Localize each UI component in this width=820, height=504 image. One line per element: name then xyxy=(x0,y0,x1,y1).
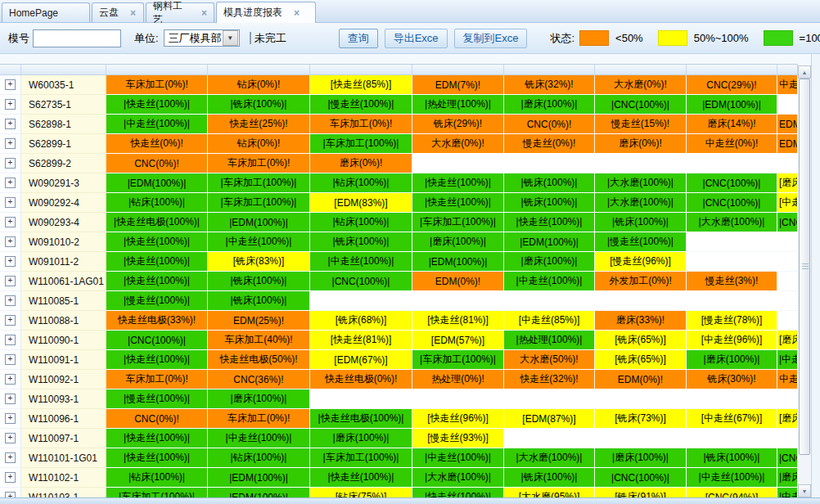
process-status-cell[interactable] xyxy=(687,429,777,448)
process-status-cell[interactable] xyxy=(777,311,798,331)
process-status-cell[interactable]: |车床加工(100%)| xyxy=(310,448,412,468)
process-status-cell[interactable]: |中走丝(100%)| xyxy=(106,115,208,134)
process-status-cell[interactable]: 慢走丝(15%)! xyxy=(595,115,687,134)
process-status-cell[interactable]: [中走丝(67%)] xyxy=(687,409,777,429)
row-expand-toggle[interactable]: + xyxy=(0,252,21,272)
close-icon[interactable]: × xyxy=(294,8,300,18)
process-status-cell[interactable]: |钻床(100%)| xyxy=(106,193,208,213)
mold-number-input[interactable] xyxy=(33,29,121,47)
process-status-cell[interactable]: 铣床(32%)! xyxy=(504,75,595,95)
process-status-cell[interactable] xyxy=(687,232,777,252)
process-status-cell[interactable]: 快走丝电极(0%)! xyxy=(310,370,412,389)
process-status-cell[interactable]: |快走丝(100%)| xyxy=(412,173,504,193)
process-status-cell[interactable]: 快走丝(32%)! xyxy=(504,370,595,389)
process-status-cell[interactable]: |磨床(100%)| xyxy=(504,95,595,115)
process-status-cell[interactable]: |铣床(100%)| xyxy=(504,468,595,488)
row-expand-toggle[interactable]: + xyxy=(0,468,21,488)
process-status-cell[interactable]: |CNC(100%)| xyxy=(106,331,208,350)
process-status-cell[interactable]: 车床加工(0%)! xyxy=(208,409,310,429)
row-expand-toggle[interactable]: + xyxy=(0,331,21,350)
row-expand-toggle[interactable]: + xyxy=(0,75,21,95)
tab-mold-progress-report[interactable]: 模具进度报表 × xyxy=(216,2,316,23)
process-status-cell[interactable]: [铣床(65%)] xyxy=(595,331,687,350)
copy-to-excel-button[interactable]: 复制到Exce xyxy=(454,29,528,48)
mold-id-cell[interactable]: S62899-1 xyxy=(21,134,106,154)
process-status-cell[interactable]: 热处理(0%)! xyxy=(412,370,504,389)
row-expand-toggle[interactable]: + xyxy=(0,291,21,311)
process-status-cell[interactable] xyxy=(687,291,777,311)
process-status-cell[interactable]: |热处理(100%)| xyxy=(412,95,504,115)
process-status-cell[interactable]: |铣床(100%)| xyxy=(208,291,310,311)
process-status-cell[interactable]: CNC(36%)! xyxy=(208,370,310,389)
process-status-cell[interactable]: |慢走丝(100%)| xyxy=(310,95,412,115)
process-status-cell[interactable]: [铣床(83%)] xyxy=(208,252,310,272)
process-status-cell[interactable]: [快走丝(85%)] xyxy=(310,75,412,95)
process-status-cell[interactable] xyxy=(777,252,798,272)
process-status-cell[interactable]: |快走丝(100%)| xyxy=(106,429,208,448)
mold-id-cell[interactable]: W110085-1 xyxy=(21,291,106,311)
row-expand-toggle[interactable]: + xyxy=(0,95,21,115)
process-status-cell[interactable]: [中走丝(96%)] xyxy=(687,331,777,350)
process-status-cell[interactable]: |快走丝(100%)| xyxy=(106,350,208,370)
process-status-cell[interactable]: [中走丝 xyxy=(777,193,798,213)
process-status-cell[interactable]: |车床加工(100%)| xyxy=(208,193,310,213)
row-expand-toggle[interactable]: + xyxy=(0,193,21,213)
process-status-cell[interactable]: |车床加工(100%)| xyxy=(310,134,412,154)
process-status-cell[interactable]: |中走丝(100%)| xyxy=(310,252,412,272)
process-status-cell[interactable]: EDM(7%)! xyxy=(412,75,504,95)
mold-id-cell[interactable]: W110093-1 xyxy=(21,389,106,409)
row-expand-toggle[interactable]: + xyxy=(0,173,21,193)
process-status-cell[interactable]: |快走丝(100%)| xyxy=(106,272,208,291)
process-status-cell[interactable] xyxy=(504,154,595,173)
process-status-cell[interactable]: 大水磨(0%)! xyxy=(595,75,687,95)
process-status-cell[interactable]: 中走丝 xyxy=(777,370,798,389)
process-status-cell[interactable]: [EDM(57%)] xyxy=(412,331,504,350)
process-status-cell[interactable]: |中走丝(100%)| xyxy=(208,232,310,252)
process-status-cell[interactable]: |磨床(100%)| xyxy=(687,350,777,370)
process-status-cell[interactable]: [慢走丝(93%)] xyxy=(412,429,504,448)
process-status-cell[interactable]: 快走丝(25%)! xyxy=(208,115,310,134)
process-status-cell[interactable]: |磨床(100%)| xyxy=(208,389,310,409)
row-expand-toggle[interactable]: + xyxy=(0,370,21,389)
scroll-up-arrow-icon[interactable]: ▲ xyxy=(798,65,811,79)
process-status-cell[interactable]: 车床加工(0%)! xyxy=(310,115,412,134)
mold-id-cell[interactable]: W110061-1AG01 xyxy=(21,272,106,291)
process-status-cell[interactable]: 慢走丝(0%)! xyxy=(504,134,595,154)
process-status-cell[interactable]: 钻床(0%)! xyxy=(208,134,310,154)
process-status-cell[interactable]: CNC(0%)! xyxy=(504,115,595,134)
process-status-cell[interactable] xyxy=(687,154,777,173)
process-status-cell[interactable]: 磨床(0%)! xyxy=(595,134,687,154)
process-status-cell[interactable]: [EDM(83%)] xyxy=(310,193,412,213)
mold-id-cell[interactable]: W110096-1 xyxy=(21,409,106,429)
mold-id-cell[interactable]: W110090-1 xyxy=(21,331,106,350)
process-status-cell[interactable] xyxy=(412,291,504,311)
mold-id-cell[interactable]: W091011-2 xyxy=(21,252,106,272)
process-status-cell[interactable]: EDM(0%)! xyxy=(412,272,504,291)
process-status-cell[interactable]: |铣床(100%)| xyxy=(310,232,412,252)
process-status-cell[interactable]: |钻床(100%)| xyxy=(310,173,412,193)
process-status-cell[interactable]: |快走丝电极(100%)| xyxy=(106,213,208,232)
process-status-cell[interactable]: |铣床(100%)| xyxy=(504,173,595,193)
process-status-cell[interactable]: |EDM(100%)| xyxy=(208,213,310,232)
process-status-cell[interactable]: CNC(0%)! xyxy=(106,154,208,173)
mold-id-cell[interactable]: W110088-1 xyxy=(21,311,106,331)
tab-homepage[interactable]: HomePage xyxy=(2,2,90,22)
process-status-cell[interactable]: |EDM(100%)| xyxy=(208,488,310,497)
process-status-cell[interactable]: |快走丝(100%)| xyxy=(412,488,504,497)
unit-select[interactable]: 三厂模具部 ▼ xyxy=(164,29,240,47)
process-status-cell[interactable]: 快走丝电极(50%)! xyxy=(208,350,310,370)
process-status-cell[interactable]: 车床加工(0%)! xyxy=(106,75,208,95)
unfinished-checkbox[interactable] xyxy=(250,32,251,44)
process-status-cell[interactable]: |中走丝(100%)| xyxy=(504,272,595,291)
process-status-cell[interactable]: |CNC( xyxy=(777,213,798,232)
process-status-cell[interactable]: [铣床(73%)] xyxy=(595,409,687,429)
process-status-cell[interactable]: |快走丝(100%)| xyxy=(106,95,208,115)
mold-id-cell[interactable]: W090291-3 xyxy=(21,173,106,193)
process-status-cell[interactable]: |EDM(100%)| xyxy=(687,95,777,115)
process-status-cell[interactable]: 大水磨(0%)! xyxy=(412,134,504,154)
process-status-cell[interactable]: 钻床(0%)! xyxy=(208,75,310,95)
process-status-cell[interactable]: |快走丝(100%)| xyxy=(412,193,504,213)
process-status-cell[interactable]: 中走丝(0%)! xyxy=(687,134,777,154)
process-status-cell[interactable] xyxy=(777,154,798,173)
process-status-cell[interactable]: |钻床(100%)| xyxy=(208,448,310,468)
